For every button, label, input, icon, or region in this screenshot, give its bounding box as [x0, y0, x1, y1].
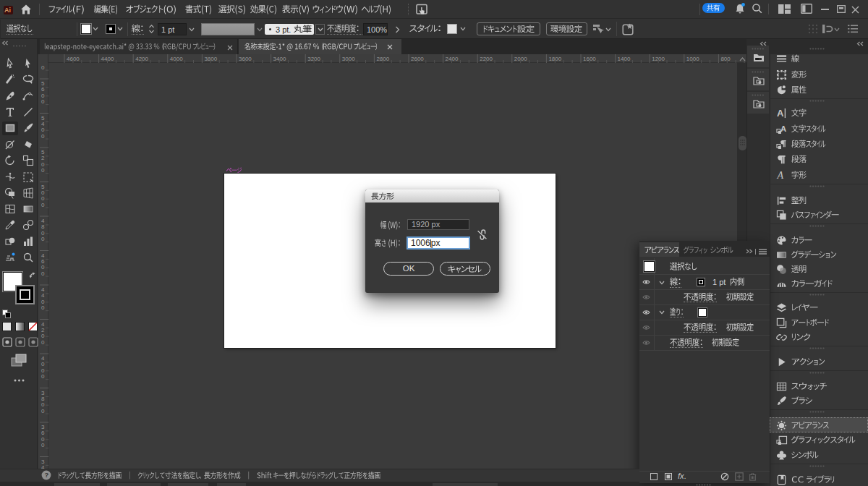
svg-text:A: A: [777, 108, 784, 119]
svg-text:0: 0: [41, 373, 45, 380]
svg-text:0: 0: [41, 133, 45, 140]
svg-text:0: 0: [41, 167, 45, 174]
svg-text:0: 0: [41, 270, 45, 277]
svg-text:0: 0: [41, 202, 45, 208]
svg-text:A: A: [780, 124, 786, 133]
svg-text:0: 0: [41, 442, 45, 448]
svg-text:A: A: [776, 169, 783, 181]
svg-text:?: ?: [44, 471, 48, 479]
svg-text:800: 800: [720, 56, 731, 62]
svg-text:0: 0: [41, 339, 45, 346]
svg-text:0: 0: [41, 304, 45, 311]
svg-text:0: 0: [41, 236, 45, 242]
svg-text:0: 0: [41, 64, 45, 71]
svg-text:0: 0: [41, 98, 45, 105]
svg-text:0: 0: [41, 408, 45, 414]
